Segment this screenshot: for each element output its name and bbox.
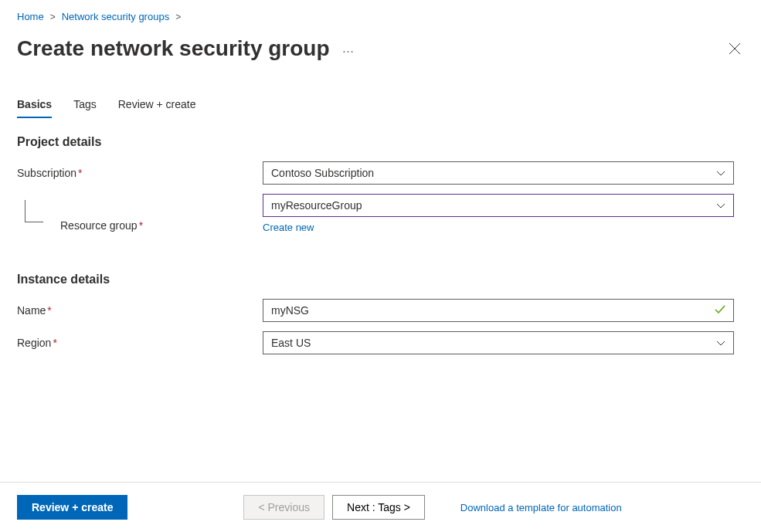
- more-icon[interactable]: …: [342, 42, 355, 56]
- chevron-right-icon: >: [175, 12, 181, 22]
- subscription-label: Subscription*: [17, 167, 263, 179]
- previous-button: < Previous: [243, 495, 324, 520]
- tab-tags[interactable]: Tags: [73, 98, 97, 118]
- region-dropdown[interactable]: East US: [263, 331, 734, 354]
- subscription-dropdown[interactable]: Contoso Subscription: [263, 161, 734, 185]
- chevron-down-icon: [716, 167, 725, 179]
- section-instance-details: Instance details: [17, 273, 744, 286]
- review-create-button[interactable]: Review + create: [17, 495, 127, 520]
- required-indicator: *: [78, 167, 82, 179]
- section-project-details: Project details: [17, 135, 744, 149]
- breadcrumb-home[interactable]: Home: [17, 11, 44, 22]
- resource-group-dropdown[interactable]: myResourceGroup: [263, 194, 734, 217]
- breadcrumb: Home > Network security groups >: [17, 11, 744, 22]
- required-indicator: *: [53, 337, 56, 349]
- resource-group-label: Resource group*: [17, 214, 263, 237]
- required-indicator: *: [139, 219, 143, 232]
- next-button[interactable]: Next : Tags >: [332, 495, 425, 520]
- chevron-down-icon: [716, 337, 725, 349]
- check-icon: [715, 304, 725, 317]
- tab-review-create[interactable]: Review + create: [118, 98, 196, 118]
- close-icon[interactable]: [725, 39, 744, 58]
- download-template-link[interactable]: Download a template for automation: [460, 502, 622, 513]
- name-input[interactable]: myNSG: [263, 299, 734, 322]
- create-new-resource-group-link[interactable]: Create new: [263, 222, 314, 233]
- breadcrumb-nsg[interactable]: Network security groups: [62, 11, 169, 22]
- chevron-right-icon: >: [50, 12, 56, 22]
- chevron-down-icon: [716, 199, 725, 212]
- name-label: Name*: [17, 304, 263, 317]
- page-title: Create network security group: [17, 36, 330, 61]
- footer: Review + create < Previous Next : Tags >…: [0, 482, 761, 532]
- region-label: Region*: [17, 337, 263, 349]
- tab-basics[interactable]: Basics: [17, 98, 52, 118]
- required-indicator: *: [47, 304, 51, 317]
- tree-indent-icon: [17, 214, 60, 237]
- tabs: Basics Tags Review + create: [17, 98, 744, 118]
